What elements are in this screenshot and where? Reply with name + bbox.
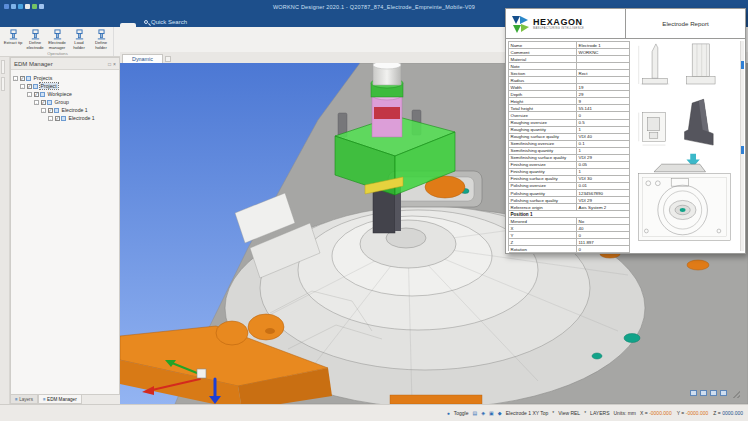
ribbon-button[interactable]: Extract tip — [2, 27, 24, 51]
panel-tab[interactable]: ≡ Layers — [10, 395, 38, 404]
report-row-label: Depth — [509, 91, 577, 98]
toggle-label[interactable]: Toggle — [454, 410, 469, 416]
fullscreen-icon[interactable] — [720, 390, 727, 396]
quick-search[interactable]: Quick Search — [136, 17, 195, 27]
layers-label[interactable]: LAYERS — [590, 410, 609, 416]
view-mode-icon[interactable]: ▤ — [473, 410, 478, 416]
brand-name: HEXAGON — [533, 17, 584, 27]
panel-tab[interactable]: ≡ EDM Manager — [38, 395, 82, 404]
tree-item[interactable]: - ✓ Group — [11, 98, 119, 106]
side-tab[interactable] — [1, 77, 5, 91]
axis-mode-icon[interactable]: ◈ — [481, 410, 485, 416]
tree-checkbox[interactable]: ✓ — [55, 116, 60, 121]
ribbon-button-label: Extract tip — [4, 41, 23, 46]
report-row-label: Mirrored — [509, 218, 577, 225]
tree-expand-icon[interactable]: - — [48, 116, 53, 121]
report-row-label: Semifinishing surface quality — [509, 155, 577, 162]
tree-item-label: Workpiece — [47, 91, 73, 97]
holder-spindle[interactable] — [371, 63, 403, 137]
report-row-value: Electrode 1 — [577, 42, 630, 49]
report-row-label: Polishing surface quality — [509, 197, 577, 204]
report-row-value: 0.05 — [577, 162, 630, 169]
report-row: Width 19 — [509, 84, 630, 91]
tree-checkbox[interactable]: ✓ — [34, 92, 39, 97]
tree-expand-icon[interactable]: - — [41, 108, 46, 113]
tree-expand-icon[interactable]: - — [34, 100, 39, 105]
report-row-value: 9 — [577, 98, 630, 105]
panel-bottom-tabs: ≡ Layers ≡ EDM Manager — [10, 395, 120, 404]
ribbon-buttons: Extract tip Define electrode — [2, 27, 113, 51]
report-row: Polishing quantity 1234567890 — [509, 190, 630, 197]
report-row-value — [577, 56, 630, 63]
report-row: Finishing oversize 0.05 — [509, 162, 630, 169]
tree-node-icon — [26, 76, 31, 81]
report-row-label: Name — [509, 42, 577, 49]
viewport-tab-menu-icon[interactable] — [165, 56, 171, 62]
report-row: Depth 29 — [509, 91, 630, 98]
tree-item-label: Electrode 1 — [68, 115, 96, 121]
electrode-tool-icon — [8, 29, 19, 40]
edm-manager-header: EDM Manager □ × — [11, 58, 119, 70]
view-ref-label[interactable]: View REL — [558, 410, 580, 416]
scrollbar-mark — [741, 146, 744, 154]
report-row-value: No — [577, 218, 630, 225]
application-window: WORKNC Designer 2020.1 - Q20787_874_Elec… — [0, 0, 748, 421]
tree-checkbox[interactable]: ✓ — [27, 84, 32, 89]
quick-search-label: Quick Search — [151, 19, 187, 25]
tree-item[interactable]: - ✓ Electrode 1 — [11, 114, 119, 122]
report-row: Material — [509, 56, 630, 63]
tree-checkbox[interactable]: ✓ — [20, 76, 25, 81]
coordinate-readout: X = -0000.000 Y = -0000.000 Z = 0000.000 — [640, 410, 743, 416]
report-drawing-front-view — [639, 44, 670, 84]
position-rows: Mirrored No X 40 Y 0 Z 111.897 Rotation … — [509, 218, 630, 253]
report-row-value: 0 — [577, 246, 630, 253]
report-row: Comment WORKNC — [509, 49, 630, 56]
report-row: Oversize 0 — [509, 112, 630, 119]
ribbon-button[interactable]: Electrode manager — [46, 27, 68, 51]
tree-checkbox[interactable]: ✓ — [48, 108, 53, 113]
tree-checkbox[interactable]: ✓ — [41, 100, 46, 105]
ribbon-button[interactable]: Define electrode — [24, 27, 46, 51]
tree-item[interactable]: - ✓ Projects — [11, 74, 119, 82]
grid-mode-icon[interactable]: ▣ — [489, 410, 494, 416]
report-title: Electrode Report — [626, 9, 745, 38]
report-row-label: Z — [509, 239, 577, 246]
tree-expand-icon[interactable]: - — [20, 84, 25, 89]
side-tab[interactable] — [1, 60, 5, 74]
active-context-label[interactable]: Electrode 1 XY Top — [506, 410, 549, 416]
tree-expand-icon[interactable]: - — [13, 76, 18, 81]
report-row: Section Rect — [509, 70, 630, 77]
report-row-value: Axis System 2 — [577, 204, 630, 211]
report-row-label: Reference origin — [509, 204, 577, 211]
tree-item[interactable]: - ✓ Electrode 1 — [11, 106, 119, 114]
tree-node-icon — [47, 100, 52, 105]
tree-node-icon — [33, 84, 38, 89]
report-row: Roughing quantity 1 — [509, 127, 630, 134]
pan-icon[interactable] — [700, 390, 707, 396]
tree-item[interactable]: - ✓ Workpiece — [11, 90, 119, 98]
report-row: Roughing oversize 0.5 — [509, 120, 630, 127]
tree-item-label: Electrode 1 — [61, 107, 89, 113]
viewport-tab-dynamic[interactable]: Dynamic — [122, 54, 163, 63]
viewport-corner-toolbar — [690, 388, 740, 398]
ribbon-button[interactable]: Define holder — [90, 27, 112, 51]
report-row: Rotation 0 — [509, 246, 630, 253]
report-row-label: Polishing quantity — [509, 190, 577, 197]
view-cube-icon[interactable] — [690, 390, 697, 396]
report-row-value: 0.01 — [577, 183, 630, 190]
tree-node-icon — [61, 116, 66, 121]
tree-expand-icon[interactable]: - — [27, 92, 32, 97]
ribbon-button[interactable]: Load holder — [68, 27, 90, 51]
report-row-label: Total height — [509, 105, 577, 112]
resize-grip[interactable] — [730, 388, 740, 398]
tree-item[interactable]: - ✓ Project — [11, 82, 119, 90]
zoom-fit-icon[interactable] — [710, 390, 717, 396]
report-row: Polishing oversize 0.01 — [509, 183, 630, 190]
coordinate-field: X = -0000.000 — [640, 410, 672, 416]
report-row-value: 111.897 — [577, 239, 630, 246]
auto-hide-pin-icon[interactable]: □ — [108, 61, 111, 67]
report-scrollbar[interactable] — [740, 41, 744, 251]
close-icon[interactable]: × — [113, 61, 116, 67]
ribbon-group-operations: Extract tip Define electrode — [2, 27, 114, 56]
panel-tab-icon: ≡ — [43, 397, 46, 402]
